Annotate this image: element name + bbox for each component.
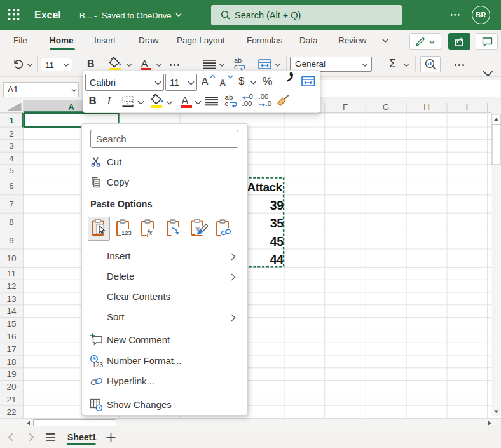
svg-text:18: 18 bbox=[6, 357, 16, 367]
svg-text:fx: fx bbox=[147, 229, 153, 237]
svg-text:H: H bbox=[423, 102, 430, 112]
svg-text:15: 15 bbox=[6, 319, 16, 329]
svg-text:123: 123 bbox=[92, 362, 103, 369]
svg-text:G: G bbox=[383, 102, 390, 112]
svg-text:9: 9 bbox=[9, 236, 14, 245]
svg-text:2: 2 bbox=[9, 129, 14, 139]
svg-text:8: 8 bbox=[9, 217, 14, 227]
svg-text:21: 21 bbox=[6, 395, 16, 404]
svg-text:12: 12 bbox=[6, 282, 16, 291]
svg-text:39: 39 bbox=[270, 198, 284, 212]
svg-text:44: 44 bbox=[270, 252, 284, 266]
svg-text:45: 45 bbox=[270, 234, 284, 248]
svg-text:4: 4 bbox=[9, 154, 14, 163]
svg-text:10: 10 bbox=[6, 254, 16, 263]
svg-text:Attack: Attack bbox=[247, 180, 283, 194]
svg-text:22: 22 bbox=[6, 407, 16, 417]
svg-text:I: I bbox=[466, 102, 469, 112]
svg-text:11: 11 bbox=[7, 269, 16, 278]
svg-text:20: 20 bbox=[6, 382, 16, 391]
svg-text:7: 7 bbox=[9, 200, 14, 209]
svg-text:123: 123 bbox=[121, 229, 132, 236]
svg-text:35: 35 bbox=[270, 216, 284, 230]
svg-text:5: 5 bbox=[9, 166, 14, 175]
svg-text:13: 13 bbox=[6, 294, 16, 304]
svg-text:14: 14 bbox=[6, 306, 17, 316]
svg-text:6: 6 bbox=[9, 181, 14, 191]
svg-text:3: 3 bbox=[9, 141, 14, 151]
svg-text:F: F bbox=[343, 102, 348, 112]
svg-text:19: 19 bbox=[6, 369, 16, 379]
svg-text:A: A bbox=[68, 102, 74, 112]
svg-text:16: 16 bbox=[6, 332, 16, 341]
svg-text:17: 17 bbox=[6, 344, 16, 354]
svg-text:1: 1 bbox=[9, 116, 14, 125]
